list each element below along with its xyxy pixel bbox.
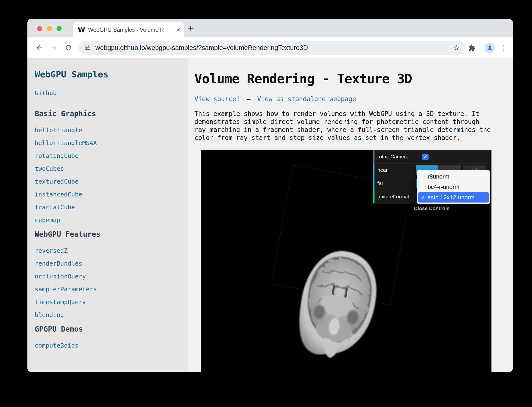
tab-title: WebGPU Samples - Volume R [88, 27, 175, 33]
forward-arrow-icon [50, 44, 58, 52]
sample-description: This example shows how to render volumes… [194, 110, 493, 142]
texture-format-dropdown: r8unorm bc4-r-unorm ✓ astc-12x12-unorm [417, 170, 490, 204]
section-heading-webgpu-features: WebGPU Features [35, 230, 180, 238]
site-settings-icon[interactable] [84, 44, 91, 51]
sidebar-item-samplerParameters[interactable]: samplerParameters [35, 286, 180, 293]
profile-avatar[interactable] [485, 43, 495, 53]
minimize-window-button[interactable] [47, 26, 52, 31]
sidebar-item-renderBundles[interactable]: renderBundles [35, 260, 180, 267]
sidebar-item-instancedCube[interactable]: instancedCube [35, 191, 180, 198]
check-icon: ✓ [424, 155, 427, 159]
bookmark-star-icon[interactable] [453, 44, 460, 51]
sidebar-item-cubemap[interactable]: cubemap [35, 217, 180, 224]
site-title: WebGPU Samples [35, 69, 180, 79]
browser-window: W WebGPU Samples - Volume R × + webgpu.g… [27, 19, 513, 372]
render-canvas[interactable]: rotateCamera ✓ near 4.0 far [201, 150, 491, 372]
section-heading-gpgpu-demos: GPGPU Demos [35, 325, 180, 333]
page-title: Volume Rendering - Texture 3D [194, 71, 503, 86]
texture-format-label: textureFormat [377, 194, 416, 200]
link-separator: — [247, 95, 251, 103]
sidebar-item-twoCubes[interactable]: twoCubes [35, 165, 180, 172]
browser-tab[interactable]: W WebGPU Samples - Volume R × [73, 22, 184, 37]
tab-close-icon[interactable]: × [176, 26, 180, 33]
selected-check-icon: ✓ [421, 195, 425, 200]
mri-brain-render [284, 245, 391, 361]
far-label: far [377, 180, 416, 186]
gui-row-rotate-camera: rotateCamera ✓ [373, 150, 490, 163]
back-button[interactable] [33, 42, 45, 54]
main-content: Volume Rendering - Texture 3D View sourc… [188, 58, 513, 372]
sidebar-item-timestampQuery[interactable]: timestampQuery [35, 299, 180, 306]
back-arrow-icon [35, 44, 43, 52]
near-label: near [377, 167, 416, 173]
section-heading-basic-graphics: Basic Graphics [35, 109, 180, 118]
rotate-camera-checkbox[interactable]: ✓ [422, 154, 429, 160]
zoom-window-button[interactable] [57, 26, 62, 31]
page-content: WebGPU Samples Github Basic Graphics hel… [27, 58, 513, 372]
webgpu-favicon-icon: W [78, 26, 86, 34]
browser-toolbar: webgpu.github.io/webgpu-samples/?sample=… [27, 37, 513, 58]
sidebar-item-occlusionQuery[interactable]: occlusionQuery [35, 273, 180, 280]
view-source-link[interactable]: View source! [194, 95, 240, 103]
sidebar-divider [35, 103, 180, 103]
sidebar-item-blending[interactable]: blending [35, 311, 180, 318]
sidebar-item-helloTriangle[interactable]: helloTriangle [35, 127, 180, 134]
sidebar-item-computeBoids[interactable]: computeBoids [35, 342, 180, 349]
standalone-webpage-link[interactable]: View as standalone webpage [257, 95, 356, 103]
sidebar-item-rotatingCube[interactable]: rotatingCube [35, 152, 180, 159]
sidebar: WebGPU Samples Github Basic Graphics hel… [27, 58, 188, 372]
sidebar-item-fractalCube[interactable]: fractalCube [35, 204, 180, 211]
sidebar-item-helloTriangleMSAA[interactable]: helloTriangleMSAA [35, 139, 180, 147]
toolbar-divider [480, 44, 480, 52]
close-controls-button[interactable]: Close Controls [373, 204, 490, 213]
close-window-button[interactable] [37, 26, 42, 31]
extensions-icon[interactable] [468, 44, 475, 51]
dropdown-option-label: astc-12x12-unorm [428, 194, 474, 201]
github-link[interactable]: Github [35, 90, 180, 97]
dropdown-option-astc-12x12-unorm[interactable]: ✓ astc-12x12-unorm [418, 192, 489, 203]
rotate-camera-label: rotateCamera [377, 154, 416, 160]
window-controls [37, 26, 62, 31]
browser-menu-icon[interactable]: ⋮ [499, 43, 507, 52]
sample-links: View source! — View as standalone webpag… [194, 95, 503, 103]
url-text[interactable]: webgpu.github.io/webgpu-samples/?sample=… [95, 44, 453, 52]
tab-strip: W WebGPU Samples - Volume R × + [27, 19, 513, 37]
dropdown-option-bc4-r-unorm[interactable]: bc4-r-unorm [418, 182, 489, 192]
forward-button[interactable] [48, 42, 60, 54]
sidebar-item-texturedCube[interactable]: texturedCube [35, 178, 180, 185]
reload-icon [65, 44, 72, 52]
reload-button[interactable] [62, 42, 75, 54]
address-bar[interactable]: webgpu.github.io/webgpu-samples/?sample=… [79, 41, 465, 55]
new-tab-button[interactable]: + [188, 24, 193, 33]
dropdown-option-r8unorm[interactable]: r8unorm [418, 171, 489, 182]
sidebar-item-reversedZ[interactable]: reversedZ [35, 247, 180, 254]
person-icon [486, 44, 493, 51]
